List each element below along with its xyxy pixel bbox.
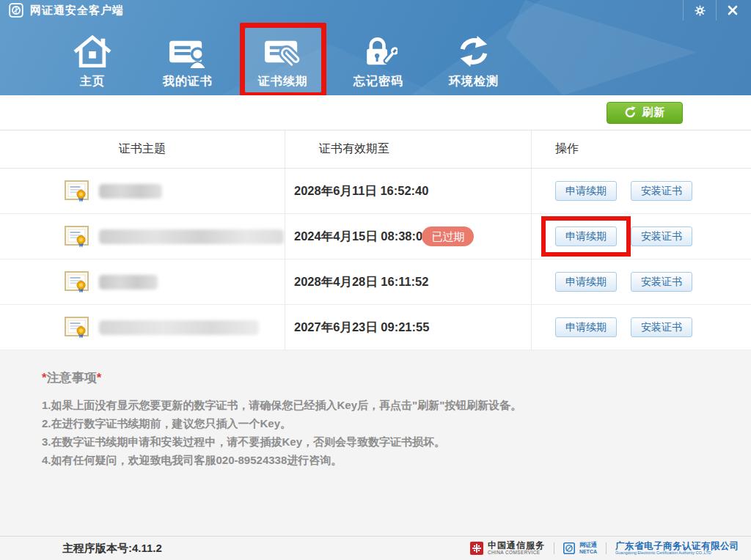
my-certificate-icon	[167, 32, 208, 70]
cert-subject-cell	[0, 305, 285, 350]
notes-title: *注意事项*	[42, 369, 722, 386]
app-title: 网证通安全客户端	[30, 4, 124, 18]
gdca-text-logo: 广东省电子商务认证有限公司 Guangdong Electronic Certi…	[615, 542, 739, 556]
close-icon[interactable]	[716, 0, 748, 21]
install-button[interactable]: 安装证书	[631, 181, 692, 201]
toolbar: 刷新	[0, 95, 751, 130]
asterisk: *	[97, 371, 102, 385]
forgot-password-icon	[359, 32, 398, 70]
gear-icon[interactable]	[684, 0, 716, 21]
table-row: 2028年6月11日 16:52:40 申请续期 安装证书	[0, 169, 751, 214]
china-comservice-logo-icon	[470, 542, 483, 555]
home-icon	[73, 32, 112, 70]
expiry-date: 2024年4月15日 08:38:08	[294, 229, 429, 245]
cert-actions-cell: 申请续期 安装证书	[531, 305, 751, 350]
note-item: 4.如有任何疑问，欢迎致电我司客服020-89524338进行咨询。	[42, 451, 722, 469]
table-row: 2027年6月23日 09:21:55 申请续期 安装证书	[0, 305, 751, 350]
nav-label: 证书续期	[258, 74, 308, 89]
nav-label: 环境检测	[449, 74, 499, 89]
table-row: 2028年4月28日 16:11:52 申请续期 安装证书	[0, 259, 751, 305]
annotation-highlight-box: 证书续期	[240, 23, 326, 95]
cert-subject-cell	[0, 259, 285, 304]
main-nav: 主页 我的证书	[0, 28, 751, 92]
install-button[interactable]: 安装证书	[631, 272, 692, 292]
notes-list: 1.如果上面没有显示您要更新的数字证书，请确保您已经插入Key后，再点击"刷新"…	[42, 396, 722, 469]
refresh-button[interactable]: 刷新	[607, 102, 683, 124]
table-row: 2024年4月15日 08:38:08 已过期 申请续期 安装证书	[0, 214, 751, 259]
divider	[554, 542, 554, 554]
certificate-icon	[65, 317, 89, 339]
cert-expiry-cell: 2024年4月15日 08:38:08 已过期	[285, 214, 531, 259]
table-header: 证书主题 证书有效期至 操作	[0, 130, 751, 169]
cert-subject-cell	[0, 214, 285, 259]
divider	[606, 542, 607, 554]
annotation-highlight-box: 申请续期	[541, 216, 631, 257]
nav-label: 我的证书	[163, 74, 213, 89]
certificate-table: 证书主题 证书有效期至 操作 2028年6月11日 16:52:40 申请续期 …	[0, 130, 751, 350]
certificate-icon	[65, 180, 89, 202]
nav-item-environment-check[interactable]: 环境检测	[436, 28, 512, 92]
expiry-date: 2027年6月23日 09:21:55	[294, 320, 429, 336]
certificate-icon	[65, 226, 89, 248]
app-header: 网证通安全客户端	[0, 0, 751, 95]
expiry-date: 2028年6月11日 16:52:40	[294, 183, 428, 199]
netca-footer-logo-icon	[563, 542, 575, 554]
expired-status-badge: 已过期	[422, 226, 474, 246]
renew-button[interactable]: 申请续期	[555, 272, 617, 292]
footer-logos: 中国通信服务 CHINA COMSERVICE 网证通 NETCA	[470, 541, 739, 555]
notes-section: *注意事项* 1.如果上面没有显示您要更新的数字证书，请确保您已经插入Key后，…	[0, 350, 751, 536]
nav-item-certificate-renewal[interactable]: 证书续期	[245, 28, 321, 92]
version-label: 主程序版本号:4.11.2	[62, 542, 162, 556]
nav-item-forgot-password[interactable]: 忘记密码	[340, 28, 417, 92]
renew-button[interactable]: 申请续期	[555, 181, 617, 201]
install-button[interactable]: 安装证书	[631, 317, 692, 337]
cert-expiry-cell: 2027年6月23日 09:21:55	[285, 305, 531, 350]
note-item: 2.在进行数字证书续期前，建议您只插入一个Key。	[42, 414, 722, 432]
renew-button[interactable]: 申请续期	[555, 317, 617, 337]
china-comservice-logo: 中国通信服务 CHINA COMSERVICE	[470, 541, 545, 555]
cert-expiry-cell: 2028年4月28日 16:11:52	[285, 259, 531, 304]
note-item: 3.在数字证书续期申请和安装过程中，请不要插拔Key，否则会导致数字证书损坏。	[42, 432, 722, 451]
cert-actions-cell: 申请续期 安装证书	[531, 169, 751, 213]
cert-expiry-cell: 2028年6月11日 16:52:40	[285, 169, 531, 213]
certificate-renewal-icon	[263, 32, 304, 70]
nav-item-home[interactable]: 主页	[54, 28, 131, 92]
expiry-date: 2028年4月28日 16:11:52	[294, 274, 428, 290]
cert-actions-cell: 申请续期 安装证书	[531, 259, 751, 304]
netca-logo-icon	[9, 3, 23, 18]
netca-footer-logo: 网证通 NETCA	[563, 542, 597, 554]
footer: 主程序版本号:4.11.2 中国通信服务 CHINA COMSERV	[0, 536, 751, 560]
note-item: 1.如果上面没有显示您要更新的数字证书，请确保您已经插入Key后，再点击"刷新"…	[42, 396, 722, 414]
redacted-subject	[99, 275, 158, 290]
nav-item-my-certificates[interactable]: 我的证书	[150, 28, 226, 92]
redacted-subject	[99, 320, 259, 335]
nav-label: 主页	[80, 74, 105, 89]
install-button[interactable]: 安装证书	[631, 226, 692, 246]
redacted-subject	[99, 229, 284, 244]
column-header-operations: 操作	[531, 130, 751, 168]
column-header-expiry: 证书有效期至	[285, 130, 531, 168]
asterisk: *	[42, 371, 47, 385]
nav-label: 忘记密码	[353, 74, 403, 89]
redacted-subject	[99, 184, 162, 199]
window-controls	[683, 0, 748, 21]
titlebar: 网证通安全客户端	[0, 0, 751, 21]
environment-check-icon	[455, 32, 492, 70]
app-window: 网证通安全客户端	[0, 0, 751, 560]
cert-subject-cell	[0, 169, 285, 213]
refresh-icon	[624, 106, 637, 119]
cert-actions-cell: 申请续期 安装证书	[531, 214, 751, 259]
column-header-subject: 证书主题	[0, 130, 285, 168]
certificate-icon	[65, 271, 89, 293]
renew-button[interactable]: 申请续期	[555, 226, 617, 246]
